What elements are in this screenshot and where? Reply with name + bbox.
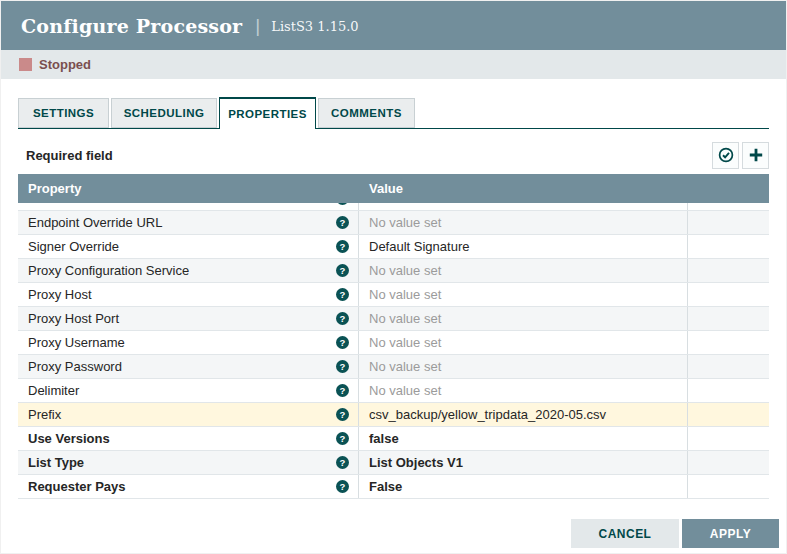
table-row: Use Versions?false bbox=[18, 427, 769, 451]
tab-bar: SETTINGSSCHEDULINGPROPERTIESCOMMENTS bbox=[18, 98, 769, 129]
table-row: Delimiter?No value set bbox=[18, 379, 769, 403]
property-table-header: Property Value bbox=[18, 174, 769, 203]
property-name: Requester Pays bbox=[28, 479, 126, 494]
property-value-cell[interactable]: List Objects V1 bbox=[358, 451, 687, 474]
property-table-body[interactable]: SSL Context Service?No value setEndpoint… bbox=[18, 203, 769, 499]
row-extra-cell bbox=[687, 203, 769, 210]
plus-icon bbox=[748, 147, 764, 163]
property-value-cell[interactable]: False bbox=[358, 475, 687, 498]
stopped-status-icon bbox=[19, 58, 32, 71]
property-name: Proxy Host Port bbox=[28, 311, 119, 326]
property-name-cell: Use Versions? bbox=[18, 427, 358, 450]
tab-properties[interactable]: PROPERTIES bbox=[219, 97, 316, 129]
tab-scheduling[interactable]: SCHEDULING bbox=[111, 98, 217, 128]
property-name: Proxy Password bbox=[28, 359, 122, 374]
property-column-header: Property bbox=[18, 181, 358, 196]
property-value-cell[interactable]: No value set bbox=[358, 259, 687, 282]
property-actions bbox=[712, 142, 769, 169]
property-name-cell: Signer Override? bbox=[18, 235, 358, 258]
table-row: SSL Context Service?No value set bbox=[18, 203, 769, 211]
property-value-cell[interactable]: No value set bbox=[358, 283, 687, 306]
property-name-cell: List Type? bbox=[18, 451, 358, 474]
property-name-cell: Proxy Host Port? bbox=[18, 307, 358, 330]
row-extra-cell bbox=[687, 211, 769, 234]
property-value-cell[interactable]: No value set bbox=[358, 307, 687, 330]
help-icon[interactable]: ? bbox=[336, 216, 349, 229]
help-icon[interactable]: ? bbox=[336, 408, 349, 421]
property-name-cell: Proxy Username? bbox=[18, 331, 358, 354]
dialog-footer: CANCEL APPLY bbox=[571, 519, 779, 548]
row-extra-cell bbox=[687, 307, 769, 330]
table-row: Requester Pays?False bbox=[18, 475, 769, 499]
property-name: List Type bbox=[28, 455, 84, 470]
dialog-content: SETTINGSSCHEDULINGPROPERTIESCOMMENTS Req… bbox=[1, 98, 786, 499]
value-column-header: Value bbox=[358, 181, 687, 196]
help-icon[interactable]: ? bbox=[336, 336, 349, 349]
row-extra-cell bbox=[687, 427, 769, 450]
add-property-button[interactable] bbox=[742, 142, 769, 169]
title-divider: | bbox=[255, 15, 260, 37]
property-name-cell: Proxy Password? bbox=[18, 355, 358, 378]
tab-label: PROPERTIES bbox=[228, 108, 307, 120]
table-row: Proxy Host?No value set bbox=[18, 283, 769, 307]
property-name: Use Versions bbox=[28, 431, 110, 446]
property-value-cell[interactable]: false bbox=[358, 427, 687, 450]
tab-settings[interactable]: SETTINGS bbox=[18, 98, 109, 128]
property-value-cell[interactable]: No value set bbox=[358, 211, 687, 234]
help-icon[interactable]: ? bbox=[336, 456, 349, 469]
property-name-cell: Proxy Host? bbox=[18, 283, 358, 306]
row-extra-cell bbox=[687, 235, 769, 258]
table-row: Proxy Host Port?No value set bbox=[18, 307, 769, 331]
help-icon[interactable]: ? bbox=[336, 240, 349, 253]
help-icon[interactable]: ? bbox=[336, 432, 349, 445]
help-icon[interactable]: ? bbox=[336, 203, 349, 205]
property-name: Proxy Host bbox=[28, 287, 92, 302]
row-extra-cell bbox=[687, 259, 769, 282]
table-row: Endpoint Override URL?No value set bbox=[18, 211, 769, 235]
row-extra-cell bbox=[687, 355, 769, 378]
row-extra-cell bbox=[687, 403, 769, 426]
property-name: Endpoint Override URL bbox=[28, 215, 162, 230]
row-extra-cell bbox=[687, 331, 769, 354]
property-value-cell[interactable]: No value set bbox=[358, 203, 687, 210]
property-table: Property Value SSL Context Service?No va… bbox=[18, 174, 769, 499]
dialog-header: Configure Processor | ListS3 1.15.0 bbox=[1, 1, 786, 50]
required-field-label: Required field bbox=[18, 148, 113, 163]
property-value-cell[interactable]: csv_backup/yellow_tripdata_2020-05.csv bbox=[358, 403, 687, 426]
property-value-cell[interactable]: No value set bbox=[358, 379, 687, 402]
cancel-button[interactable]: CANCEL bbox=[571, 519, 679, 548]
help-icon[interactable]: ? bbox=[336, 264, 349, 277]
property-value-cell[interactable]: Default Signature bbox=[358, 235, 687, 258]
property-name: SSL Context Service bbox=[28, 203, 147, 206]
help-icon[interactable]: ? bbox=[336, 360, 349, 373]
verify-properties-button[interactable] bbox=[712, 142, 739, 169]
help-icon[interactable]: ? bbox=[336, 384, 349, 397]
table-row: Proxy Configuration Service?No value set bbox=[18, 259, 769, 283]
property-name: Delimiter bbox=[28, 383, 79, 398]
tab-comments[interactable]: COMMENTS bbox=[318, 98, 415, 128]
tab-label: COMMENTS bbox=[331, 107, 402, 119]
help-icon[interactable]: ? bbox=[336, 288, 349, 301]
property-value-cell[interactable]: No value set bbox=[358, 331, 687, 354]
property-value-cell[interactable]: No value set bbox=[358, 355, 687, 378]
property-name: Signer Override bbox=[28, 239, 119, 254]
table-row: Proxy Username?No value set bbox=[18, 331, 769, 355]
configure-processor-dialog: Configure Processor | ListS3 1.15.0 Stop… bbox=[0, 0, 787, 554]
table-row: Proxy Password?No value set bbox=[18, 355, 769, 379]
dialog-title: Configure Processor bbox=[21, 15, 242, 37]
properties-toolbar: Required field bbox=[18, 141, 769, 169]
property-name-cell: Prefix? bbox=[18, 403, 358, 426]
property-name-cell: Requester Pays? bbox=[18, 475, 358, 498]
apply-button[interactable]: APPLY bbox=[682, 519, 779, 548]
help-icon[interactable]: ? bbox=[336, 480, 349, 493]
property-name-cell: Endpoint Override URL? bbox=[18, 211, 358, 234]
help-icon[interactable]: ? bbox=[336, 312, 349, 325]
status-bar: Stopped bbox=[1, 50, 786, 79]
property-name: Proxy Username bbox=[28, 335, 125, 350]
property-name-cell: SSL Context Service? bbox=[18, 203, 358, 210]
row-extra-cell bbox=[687, 451, 769, 474]
tab-label: SETTINGS bbox=[33, 107, 94, 119]
row-extra-cell bbox=[687, 283, 769, 306]
table-row: Prefix?csv_backup/yellow_tripdata_2020-0… bbox=[18, 403, 769, 427]
row-extra-cell bbox=[687, 475, 769, 498]
